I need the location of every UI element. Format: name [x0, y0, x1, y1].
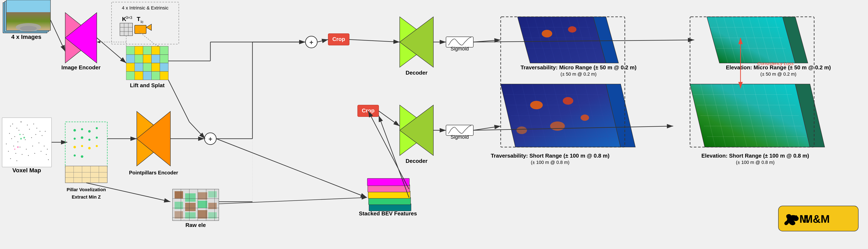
- svg-point-209: [581, 114, 589, 121]
- svg-line-271: [473, 126, 673, 130]
- svg-line-128: [86, 183, 170, 202]
- svg-text:Crop: Crop: [332, 36, 345, 42]
- svg-point-114: [96, 137, 98, 139]
- svg-rect-3: [3, 2, 47, 33]
- svg-marker-249: [707, 17, 795, 63]
- svg-point-104: [96, 127, 98, 129]
- svg-point-28: [31, 137, 32, 138]
- svg-text:Consistency Loss: Consistency Loss: [757, 61, 794, 66]
- svg-text:Raw ele: Raw ele: [186, 222, 206, 228]
- svg-line-99: [97, 38, 126, 63]
- svg-line-216: [534, 17, 547, 63]
- svg-line-279: [368, 111, 409, 189]
- svg-rect-80: [143, 46, 152, 55]
- svg-point-101: [73, 129, 76, 132]
- svg-line-258: [774, 17, 787, 63]
- svg-line-237: [743, 84, 757, 147]
- svg-marker-59: [65, 12, 97, 63]
- svg-marker-177: [400, 17, 433, 67]
- svg-rect-134: [175, 202, 183, 209]
- svg-text:(± 50 m @ 0.2 m): (± 50 m @ 0.2 m): [560, 71, 596, 77]
- svg-rect-93: [126, 71, 168, 80]
- svg-point-31: [45, 131, 45, 132]
- svg-line-257: [766, 17, 778, 63]
- svg-line-196: [553, 84, 568, 147]
- svg-line-238: [753, 84, 768, 147]
- svg-rect-155: [367, 178, 409, 186]
- svg-line-174: [317, 39, 328, 42]
- svg-line-218: [551, 17, 564, 63]
- svg-line-221: [577, 17, 589, 63]
- svg-point-226: [542, 30, 552, 37]
- svg-point-109: [81, 145, 83, 147]
- svg-text:Decoder: Decoder: [406, 158, 428, 164]
- svg-marker-58: [65, 12, 97, 63]
- svg-marker-176: [400, 17, 433, 67]
- svg-line-233: [701, 84, 715, 147]
- svg-point-45: [40, 151, 41, 152]
- svg-rect-132: [198, 192, 207, 200]
- svg-point-16: [27, 124, 28, 126]
- svg-line-255: [749, 17, 762, 63]
- svg-point-102: [81, 128, 83, 130]
- svg-rect-74: [135, 25, 146, 34]
- svg-point-34: [20, 147, 21, 147]
- svg-rect-68: [120, 23, 132, 36]
- svg-text:4 x Intrinsic & Extrinsic: 4 x Intrinsic & Extrinsic: [122, 5, 168, 10]
- svg-point-41: [16, 153, 16, 154]
- svg-rect-135: [185, 203, 196, 211]
- svg-rect-89: [135, 63, 143, 71]
- svg-point-107: [88, 139, 90, 141]
- svg-rect-139: [185, 212, 196, 218]
- svg-rect-138: [175, 211, 183, 218]
- svg-text:M: M: [799, 213, 808, 225]
- svg-rect-172: [358, 105, 379, 117]
- svg-point-36: [32, 146, 33, 146]
- svg-rect-137: [208, 203, 217, 209]
- svg-line-215: [526, 17, 538, 63]
- svg-line-197: [564, 84, 579, 147]
- svg-rect-85: [143, 55, 152, 63]
- svg-point-40: [8, 151, 9, 152]
- svg-point-37: [38, 142, 39, 143]
- svg-point-53: [17, 146, 19, 148]
- svg-marker-213: [518, 17, 606, 63]
- svg-line-164: [216, 139, 367, 198]
- svg-line-192: [511, 84, 526, 147]
- svg-rect-94: [135, 71, 143, 80]
- svg-rect-272: [778, 206, 858, 231]
- svg-point-8: [16, 23, 41, 32]
- svg-text:(± 100 m @ 0.8 m): (± 100 m @ 0.8 m): [736, 160, 775, 165]
- svg-text:Elevation: Micro Range
(± 50 m: Elevation: Micro Range (± 50 m @ 0.2 m): [726, 64, 831, 71]
- svg-point-108: [73, 146, 76, 148]
- svg-text:Sigmoid: Sigmoid: [451, 46, 469, 51]
- svg-point-17: [19, 130, 19, 131]
- svg-line-239: [764, 84, 778, 147]
- svg-rect-11: [2, 118, 52, 167]
- svg-point-12: [10, 126, 11, 127]
- svg-point-13: [17, 128, 17, 129]
- svg-point-110: [88, 147, 91, 149]
- svg-point-35: [26, 149, 27, 150]
- svg-text:K: K: [122, 16, 126, 22]
- svg-text:T: T: [137, 16, 140, 22]
- svg-text:Sigmoid: Sigmoid: [451, 134, 469, 140]
- svg-line-269: [473, 40, 694, 42]
- svg-rect-153: [368, 191, 410, 199]
- svg-rect-130: [175, 191, 183, 199]
- svg-point-39: [47, 149, 48, 150]
- svg-marker-125: [137, 111, 170, 166]
- svg-rect-79: [135, 46, 143, 55]
- svg-point-33: [13, 146, 14, 146]
- svg-line-198: [574, 84, 589, 147]
- svg-rect-88: [126, 63, 168, 71]
- svg-rect-62: [112, 2, 179, 44]
- svg-text:3×3: 3×3: [126, 15, 132, 20]
- svg-text:Pillar Voxelization: Pillar Voxelization: [67, 187, 106, 192]
- svg-point-46: [46, 154, 47, 155]
- svg-rect-97: [160, 71, 168, 80]
- svg-point-106: [81, 136, 83, 139]
- svg-text:Crop: Crop: [362, 107, 375, 114]
- svg-rect-141: [208, 212, 217, 218]
- svg-text:(± 50 m @ 0.2 m): (± 50 m @ 0.2 m): [760, 71, 796, 77]
